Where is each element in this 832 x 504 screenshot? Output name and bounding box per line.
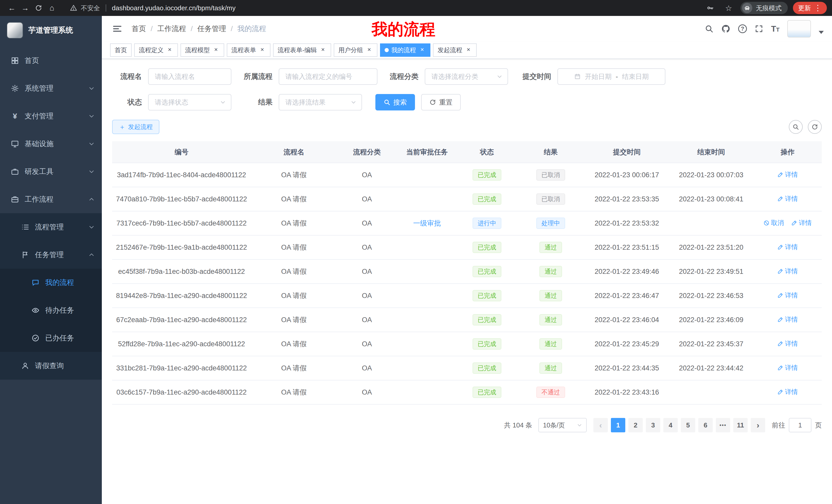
sidebar-item-system[interactable]: 系统管理 <box>0 75 102 102</box>
breadcrumb-item[interactable]: 工作流程 <box>157 24 186 34</box>
sidebar-item-my-process[interactable]: 我的流程 <box>0 269 102 297</box>
parent-process-input[interactable] <box>279 68 378 85</box>
refresh-table-button[interactable] <box>808 120 822 134</box>
create-process-button[interactable]: ＋ 发起流程 <box>112 120 159 134</box>
tab-5[interactable]: 用户分组× <box>334 44 378 57</box>
process-name-label: 流程名 <box>112 72 148 81</box>
help-icon[interactable]: ? <box>738 24 747 33</box>
browser-menu-icon[interactable]: ⋮ <box>814 4 822 12</box>
close-icon[interactable]: × <box>212 47 219 54</box>
close-icon[interactable]: × <box>366 47 373 54</box>
detail-action[interactable]: 详情 <box>777 339 798 348</box>
sidebar-item-process-management[interactable]: 流程管理 <box>0 213 102 241</box>
browser-refresh-icon[interactable] <box>32 1 45 15</box>
detail-action[interactable]: 详情 <box>777 267 798 275</box>
table-header-row: 编号流程名流程分类当前审批任务状态结果提交时间结束时间操作 <box>112 141 822 163</box>
tab-1[interactable]: 流程定义× <box>134 44 178 57</box>
close-icon[interactable]: × <box>419 47 426 54</box>
close-icon[interactable]: × <box>465 47 472 54</box>
goto-page-input[interactable] <box>789 418 811 432</box>
avatar-caret-down-icon[interactable] <box>818 31 824 34</box>
sidebar-item-leave-query[interactable]: 请假查询 <box>0 352 102 380</box>
detail-action[interactable]: 详情 <box>777 194 798 203</box>
breadcrumb-item[interactable]: 任务管理 <box>198 24 226 34</box>
tab-4[interactable]: 流程表单-编辑× <box>273 44 331 57</box>
category-select[interactable]: 请选择流程分类 <box>425 68 508 85</box>
detail-action[interactable]: 详情 <box>777 291 798 300</box>
sidebar-item-label: 支付管理 <box>25 111 53 121</box>
address-bar[interactable]: 不安全 dashboard.yudao.iocoder.cn/bpm/task/… <box>70 4 703 12</box>
current-task-link[interactable]: 一级审批 <box>413 219 441 227</box>
detail-action[interactable]: 详情 <box>777 363 798 372</box>
sidebar-item-workflow[interactable]: 工作流程 <box>0 186 102 213</box>
next-page-button[interactable]: › <box>751 418 765 432</box>
close-icon[interactable]: × <box>166 47 173 54</box>
status-select[interactable]: 请选择状态 <box>148 94 231 110</box>
font-size-icon[interactable]: TT <box>771 24 780 34</box>
sidebar-item-payment[interactable]: ¥支付管理 <box>0 102 102 130</box>
page-button-6[interactable]: 6 <box>698 418 713 432</box>
result-select[interactable]: 请选择流结果 <box>279 94 362 110</box>
avatar[interactable] <box>787 20 811 37</box>
page-size-select[interactable]: 10条/页 <box>538 418 587 432</box>
detail-action[interactable]: 详情 <box>777 243 798 251</box>
detail-action[interactable]: 详情 <box>777 170 798 179</box>
tab-6[interactable]: 我的流程× <box>380 44 431 57</box>
submit-time-range-picker[interactable]: 开始日期 - 结束日期 <box>557 68 666 85</box>
search-button[interactable]: 搜索 <box>375 94 415 110</box>
page-button-2[interactable]: 2 <box>628 418 643 432</box>
cancel-action[interactable]: 取消 <box>763 219 784 227</box>
browser-actions: ☆ 无痕模式 更新 ⋮ <box>703 1 827 15</box>
browser-forward-icon[interactable]: → <box>19 1 32 15</box>
page-button-3[interactable]: 3 <box>646 418 660 432</box>
tab-7[interactable]: 发起流程× <box>433 44 477 57</box>
sidebar-item-home[interactable]: 首页 <box>0 47 102 75</box>
page-button-4[interactable]: 4 <box>663 418 678 432</box>
page-button-11[interactable]: 11 <box>733 418 748 432</box>
detail-action[interactable]: 详情 <box>777 315 798 324</box>
fullscreen-icon[interactable] <box>755 24 763 33</box>
reset-button[interactable]: 重置 <box>421 94 461 110</box>
cell-actions: 详情 <box>753 356 822 380</box>
bookmark-star-icon[interactable]: ☆ <box>722 1 735 15</box>
incognito-label: 无痕模式 <box>756 4 782 12</box>
browser-home-icon[interactable]: ⌂ <box>45 1 59 15</box>
status-tag: 已完成 <box>473 387 501 398</box>
goto-suffix: 页 <box>815 421 822 430</box>
page-button-1[interactable]: 1 <box>611 418 625 432</box>
sidebar-item-devtools[interactable]: 研发工具 <box>0 158 102 186</box>
pages-ellipsis[interactable]: ••• <box>716 418 730 432</box>
tab-3[interactable]: 流程表单× <box>227 44 270 57</box>
header-search-icon[interactable] <box>705 24 713 33</box>
prev-page-button[interactable]: ‹ <box>593 418 608 432</box>
app-logo[interactable]: 芋道管理系统 <box>0 16 102 45</box>
status-tag: 已完成 <box>473 266 501 277</box>
goto-page: 前往 页 <box>772 418 822 432</box>
sidebar-item-done-tasks[interactable]: 已办任务 <box>0 324 102 352</box>
detail-action[interactable]: 详情 <box>777 388 798 396</box>
cell-status: 已完成 <box>457 235 517 259</box>
detail-action[interactable]: 详情 <box>791 219 812 227</box>
cell-category: OA <box>337 163 397 187</box>
sidebar-item-todo-tasks[interactable]: 待办任务 <box>0 297 102 324</box>
page-button-5[interactable]: 5 <box>681 418 695 432</box>
incognito-chip[interactable]: 无痕模式 <box>740 2 788 14</box>
toggle-search-button[interactable] <box>789 120 803 134</box>
browser-back-icon[interactable]: ← <box>5 1 19 15</box>
breadcrumb-item[interactable]: 首页 <box>132 24 146 34</box>
process-icon <box>21 222 30 232</box>
tab-0[interactable]: 首页 <box>110 44 132 57</box>
cell-status: 已完成 <box>457 187 517 211</box>
end-date-placeholder: 结束日期 <box>622 72 649 81</box>
process-name-input[interactable] <box>148 68 231 85</box>
update-button[interactable]: 更新 ⋮ <box>793 2 827 14</box>
hamburger-icon[interactable] <box>110 22 125 36</box>
close-icon[interactable]: × <box>259 47 266 54</box>
github-icon[interactable] <box>721 24 730 33</box>
sidebar-item-task-management[interactable]: 任务管理 <box>0 241 102 269</box>
my-process-icon <box>31 278 40 287</box>
key-icon[interactable] <box>703 1 717 15</box>
tab-2[interactable]: 流程模型× <box>181 44 224 57</box>
sidebar-item-infrastructure[interactable]: 基础设施 <box>0 130 102 158</box>
close-icon[interactable]: × <box>319 47 327 54</box>
